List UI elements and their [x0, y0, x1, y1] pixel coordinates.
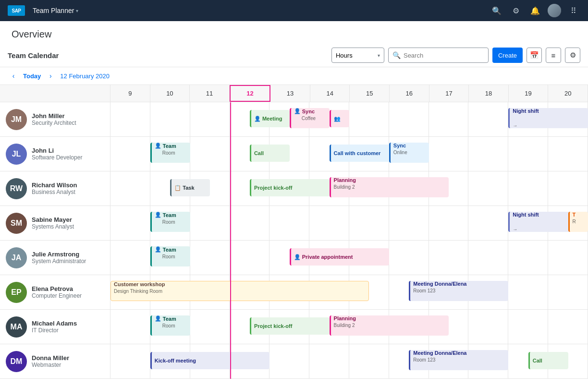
person-row: EP Elena Petrova Computer Engineer — [0, 275, 110, 310]
calendar-event[interactable]: 👤 Team Room — [150, 143, 190, 163]
calendar-event[interactable]: 👤 Team Room — [150, 315, 190, 336]
calendar-event[interactable]: Meeting Donna/Elena Room 123 — [409, 281, 508, 301]
event-label: Night shift — [513, 108, 539, 114]
prev-button[interactable]: ‹ — [8, 70, 19, 82]
dates-header: 91011121314151617181920 — [110, 85, 588, 102]
cal-cell — [508, 171, 548, 206]
event-label: Team — [163, 143, 176, 149]
today-button[interactable]: Today — [23, 73, 41, 80]
event-label: Project kick-off — [254, 185, 292, 191]
calendar-body: 👤 Meeting 👤 Sync Coffee 👥 Night shift → — [110, 102, 588, 379]
cal-cell — [429, 241, 469, 275]
cal-cell — [389, 206, 429, 240]
calendar-event[interactable]: Call — [528, 352, 568, 369]
calendar-event[interactable]: 📋 Task — [170, 179, 210, 196]
cal-cell — [429, 102, 469, 136]
calendar-event[interactable]: Project kick-off — [250, 317, 330, 335]
calendar-event[interactable]: 👤 Team Room — [150, 246, 190, 266]
date-cell: 9 — [110, 85, 150, 102]
cal-cell — [548, 241, 588, 275]
calendar-event[interactable]: Meeting Donna/Elena Room 123 — [409, 350, 508, 370]
calendar-event[interactable]: Call — [250, 145, 290, 162]
settings-icon[interactable]: ⚙ — [509, 4, 523, 17]
cal-cell — [110, 241, 150, 275]
search-icon[interactable]: 🔍 — [490, 4, 503, 17]
notifications-icon[interactable]: 🔔 — [528, 4, 542, 17]
people-header — [0, 85, 110, 102]
calendar-event[interactable]: Planning Building 2 — [330, 315, 449, 336]
date-cell: 16 — [390, 85, 429, 102]
calendar-event[interactable]: 👤 Sync Coffee — [290, 108, 330, 128]
person-row: JA Julie Armstrong System Administrator — [0, 241, 110, 275]
cal-cell — [309, 206, 349, 240]
date-cell: 13 — [270, 85, 310, 102]
calendar-event[interactable]: 👥 — [330, 110, 349, 127]
event-sub: Room 123 — [413, 357, 435, 363]
person-avatar: SM — [6, 213, 27, 234]
next-button[interactable]: › — [45, 70, 56, 82]
cal-cell — [468, 137, 508, 171]
cal-cell — [508, 275, 548, 309]
cal-cell — [270, 206, 309, 240]
calendar-event[interactable]: Sync Online — [389, 143, 429, 163]
person-role: System Administrator — [32, 258, 86, 265]
person-role: Systems Analyst — [32, 223, 74, 230]
cal-cell — [389, 241, 429, 275]
settings-gear-icon[interactable]: ⚙ — [565, 48, 580, 63]
person-name: Elena Petrova — [32, 285, 82, 292]
cal-cell — [110, 137, 150, 171]
cal-row: 📋 Task Project kick-off Planning Buildin… — [110, 171, 588, 206]
calendar-event[interactable]: Night shift → — [508, 108, 588, 128]
search-box[interactable]: 🔍 — [388, 48, 489, 63]
calendar-grid-icon[interactable]: 📅 — [527, 48, 542, 63]
filter-icon[interactable]: ≡ — [546, 48, 561, 63]
event-icon: 📋 — [174, 185, 181, 191]
event-sub: Room — [162, 254, 175, 259]
cal-cell — [110, 206, 150, 240]
hours-select[interactable]: Hours ▾ — [331, 48, 384, 63]
event-sub: → — [513, 123, 517, 128]
cal-cell — [110, 344, 150, 378]
calendar-event[interactable]: 👤 Private appointment — [290, 248, 389, 266]
calendar-event[interactable]: Customer workshop Design Thinking Room — [110, 281, 369, 301]
event-label: T — [573, 212, 576, 218]
cal-row: Customer workshop Design Thinking Room M… — [110, 275, 588, 310]
calendar-event[interactable]: T R — [568, 212, 588, 232]
person-role: Computer Engineer — [32, 292, 82, 299]
event-label: Meeting — [262, 116, 282, 121]
cal-cell — [508, 137, 548, 171]
calendar-scroll[interactable]: 91011121314151617181920 👤 Meeting 👤 Sync… — [110, 85, 588, 379]
calendar-event[interactable]: 👤 Meeting — [250, 110, 290, 127]
shell-header: SAP Team Planner ▾ 🔍 ⚙ 🔔 ⠿ — [0, 0, 588, 21]
hours-dropdown[interactable]: Hours — [336, 52, 370, 59]
app-launcher-icon[interactable]: ⠿ — [567, 4, 580, 17]
event-sub: Building 2 — [334, 184, 355, 190]
cal-cell — [349, 344, 389, 378]
user-avatar[interactable] — [548, 4, 561, 17]
cal-row: 👤 Team Room 👤 Private appointment — [110, 241, 588, 275]
event-label: Private appointment — [302, 254, 353, 260]
search-input[interactable] — [404, 52, 484, 59]
cal-cell — [309, 344, 349, 378]
calendar-event[interactable]: Planning Building 2 — [330, 177, 449, 197]
person-role: Business Analyst — [32, 189, 77, 195]
cal-cell — [468, 206, 508, 240]
event-icon: 👤 — [155, 246, 161, 253]
calendar-event[interactable]: 👤 Team Room — [150, 212, 190, 232]
cal-cell — [468, 310, 508, 344]
people-list: JM John Miller Security Architect JL Joh… — [0, 102, 110, 379]
cal-cell — [468, 102, 508, 136]
date-cell: 11 — [190, 85, 230, 102]
calendar-event[interactable]: Project kick-off — [250, 179, 330, 196]
event-label: Planning — [334, 315, 356, 321]
date-cell: 17 — [429, 85, 469, 102]
calendar-nav: ‹ Today › 12 February 2020 — [0, 67, 588, 85]
page-title: Overview — [0, 21, 588, 44]
person-name: Michael Adams — [32, 320, 77, 327]
calendar-event[interactable]: Kick-off meeting — [150, 352, 270, 369]
cal-cell — [190, 310, 230, 344]
create-button[interactable]: Create — [492, 48, 523, 63]
cal-row: 👤 Team Room Project kick-off Planning Bu… — [110, 310, 588, 344]
app-title-chevron[interactable]: ▾ — [76, 8, 78, 13]
person-avatar: EP — [6, 282, 27, 303]
